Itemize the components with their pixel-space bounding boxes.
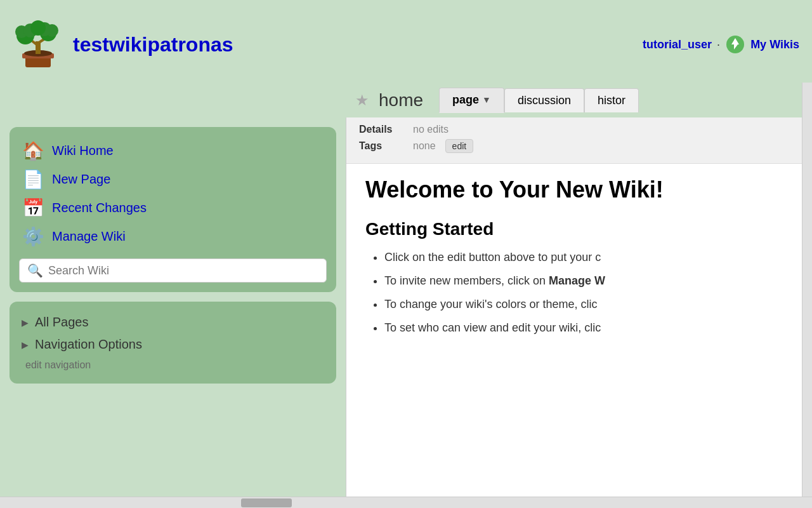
sidebar: 🏠 Wiki Home 📄 New Page 📅 Recent Changes … bbox=[0, 117, 346, 508]
nav-tabs-row: ★ home page ▼ discussion histor bbox=[0, 83, 812, 117]
list-item: Click on the edit button above to put yo… bbox=[384, 249, 793, 266]
nav-options-triangle-icon: ▶ bbox=[22, 340, 29, 350]
username[interactable]: tutorial_user bbox=[643, 38, 712, 51]
sidebar-secondary-panel: ▶ All Pages ▶ Navigation Options edit na… bbox=[10, 302, 336, 384]
list-item: To invite new members, click on Manage W bbox=[384, 272, 793, 290]
new-page-link[interactable]: 📄 New Page bbox=[19, 165, 327, 194]
details-row: Details no edits bbox=[359, 124, 799, 135]
details-label: Details bbox=[359, 124, 403, 135]
main-layout: 🏠 Wiki Home 📄 New Page 📅 Recent Changes … bbox=[0, 117, 812, 508]
recent-changes-link[interactable]: 📅 Recent Changes bbox=[19, 194, 327, 222]
home-tab[interactable]: home bbox=[372, 87, 429, 114]
tags-row: Tags none edit bbox=[359, 139, 799, 153]
search-input[interactable] bbox=[48, 264, 318, 277]
tags-label: Tags bbox=[359, 140, 403, 152]
edit-navigation-link[interactable]: edit navigation bbox=[19, 359, 327, 371]
wiki-home-link[interactable]: 🏠 Wiki Home bbox=[19, 137, 327, 165]
search-box: 🔍 bbox=[19, 258, 327, 283]
tab-page[interactable]: page ▼ bbox=[439, 88, 504, 113]
all-pages-triangle-icon: ▶ bbox=[22, 318, 29, 328]
all-pages-item[interactable]: ▶ All Pages bbox=[19, 311, 327, 333]
tag-edit-button[interactable]: edit bbox=[445, 139, 474, 153]
star-icon[interactable]: ★ bbox=[355, 91, 369, 109]
getting-started-heading: Getting Started bbox=[365, 219, 793, 239]
getting-started-list: Click on the edit button above to put yo… bbox=[365, 249, 793, 337]
tab-discussion[interactable]: discussion bbox=[504, 88, 584, 112]
welcome-heading: Welcome to Your New Wiki! bbox=[365, 177, 793, 203]
logo-area: testwikipatronas bbox=[13, 19, 233, 70]
list-item: To set who can view and edit your wiki, … bbox=[384, 319, 793, 337]
svg-point-12 bbox=[30, 20, 46, 36]
logo-icon bbox=[13, 19, 63, 70]
manage-wiki-bold: Manage W bbox=[549, 274, 605, 287]
bottom-scrollbar[interactable] bbox=[0, 497, 812, 508]
manage-wiki-link[interactable]: ⚙️ Manage Wiki bbox=[19, 222, 327, 251]
recent-changes-icon: 📅 bbox=[22, 197, 44, 218]
sidebar-nav-panel: 🏠 Wiki Home 📄 New Page 📅 Recent Changes … bbox=[10, 127, 336, 292]
manage-wiki-icon: ⚙️ bbox=[22, 226, 44, 247]
search-icon: 🔍 bbox=[27, 263, 43, 278]
new-page-icon: 📄 bbox=[22, 169, 44, 190]
separator: · bbox=[717, 38, 720, 51]
user-area: tutorial_user · My Wikis bbox=[643, 34, 799, 55]
page-details-bar: Details no edits Tags none edit bbox=[346, 117, 812, 164]
my-wikis-link[interactable]: My Wikis bbox=[750, 38, 799, 51]
page-content: Welcome to Your New Wiki! Getting Starte… bbox=[346, 164, 812, 356]
scrollbar-thumb[interactable] bbox=[241, 498, 292, 507]
my-wikis-icon bbox=[725, 34, 745, 55]
list-item: To change your wiki's colors or theme, c… bbox=[384, 296, 793, 313]
content-area: Details no edits Tags none edit Welcome … bbox=[346, 117, 812, 508]
tags-value: none bbox=[413, 140, 436, 152]
details-value: no edits bbox=[413, 124, 449, 135]
site-title: testwikipatronas bbox=[73, 33, 233, 57]
tab-history[interactable]: histor bbox=[584, 88, 639, 112]
page-tab-dropdown[interactable]: ▼ bbox=[482, 95, 491, 105]
home-icon: 🏠 bbox=[22, 140, 44, 161]
right-scrollbar[interactable] bbox=[802, 83, 812, 497]
navigation-options-item[interactable]: ▶ Navigation Options bbox=[19, 333, 327, 356]
